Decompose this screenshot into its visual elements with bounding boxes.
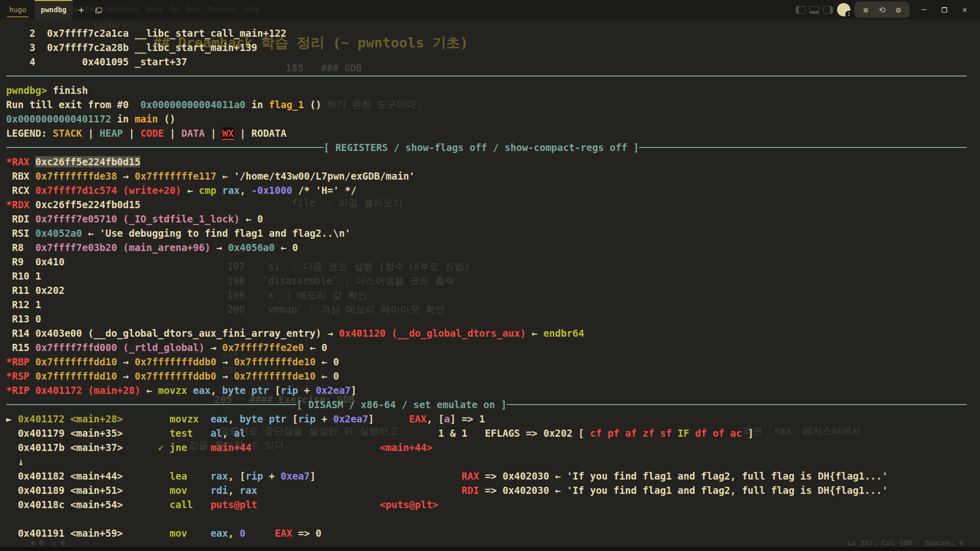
avatar-badge: 1 bbox=[845, 11, 852, 18]
list-icon[interactable]: ≡ bbox=[859, 3, 873, 17]
backtrace-line-2: 2 0x7ffff7c2a1ca __libc_start_call_main+… bbox=[6, 26, 980, 40]
backtrace-line-4: 4 0x401095 _start+37 bbox=[6, 55, 980, 69]
disasm-mov-eax: 0x401191 <main+59> mov eax, 0 EAX => 0 bbox=[6, 526, 980, 540]
titlebar: File Edit Selection View Go Run Terminal… bbox=[0, 0, 980, 19]
new-tab-button[interactable]: + bbox=[72, 0, 90, 19]
settings-gear-icon[interactable]: ⚙ bbox=[891, 3, 905, 17]
avatar[interactable]: 1 bbox=[837, 3, 850, 16]
toggle-rightbar-icon[interactable] bbox=[823, 6, 833, 14]
register-rcx: RCX 0x7ffff7d1c574 (write+20) ← cmp rax,… bbox=[6, 183, 980, 197]
terminal-output[interactable]: 2 0x7ffff7c2a1ca __libc_start_call_main+… bbox=[0, 19, 980, 547]
register-rdx: *RDX 0xc26ff5e224fb0d15 bbox=[6, 197, 980, 212]
tab-pwndbg[interactable]: pwndbg bbox=[35, 0, 73, 19]
toolbar-pill: ≡ ⟲ ⚙ bbox=[854, 2, 910, 18]
disasm-header: [ DISASM / x86-64 / set emulate on ] bbox=[6, 397, 980, 412]
register-r9: R9 0x410 bbox=[6, 255, 980, 269]
separator-top bbox=[6, 69, 980, 83]
register-r14: R14 0x403e00 (__do_global_dtors_aux_fini… bbox=[6, 326, 980, 340]
registers-header: [ REGISTERS / show-flags off / show-comp… bbox=[6, 140, 980, 155]
legend-line: LEGEND: STACK | HEAP | CODE | DATA | WX … bbox=[6, 126, 980, 140]
disasm-lea: 0x401182 <main+44> lea rax, [rip + 0xea7… bbox=[6, 469, 980, 483]
register-r13: R13 0 bbox=[6, 312, 980, 326]
register-r12: R12 1 bbox=[6, 297, 980, 312]
toggle-panel-icon[interactable] bbox=[810, 6, 819, 14]
toggle-sidebar-icon[interactable] bbox=[796, 6, 805, 14]
register-r11: R11 0x202 bbox=[6, 283, 980, 297]
stopped-at-line: 0x0000000000401172 in main () bbox=[6, 112, 980, 126]
disasm-jne: 0x40117b <main+37> ✓ jne main+44 <main+4… bbox=[6, 440, 980, 455]
register-r8: R8 0x7ffff7e03b20 (main_arena+96) → 0x40… bbox=[6, 240, 980, 255]
tab-hugo[interactable]: hugo bbox=[3, 0, 33, 19]
register-rdi: RDI 0x7ffff7e05710 (_IO_stdfile_1_lock) … bbox=[6, 212, 980, 226]
register-r15: R15 0x7ffff7ffd000 (_rtld_global) → 0x7f… bbox=[6, 340, 980, 355]
tab-hugo-label: hugo bbox=[9, 6, 27, 14]
restore-icon bbox=[942, 7, 947, 13]
tab-hugo-indicator bbox=[7, 16, 29, 17]
disasm-blank bbox=[6, 512, 980, 526]
disasm-call-puts: 0x40118c <main+54> call puts@plt <puts@p… bbox=[6, 497, 980, 512]
disasm-current: ► 0x401172 <main+28> movzx eax, byte ptr… bbox=[6, 412, 980, 426]
register-r10: R10 1 bbox=[6, 269, 980, 283]
restore-button[interactable] bbox=[934, 0, 954, 19]
register-rsi: RSI 0x4052a0 ← 'Use debugging to find fl… bbox=[6, 226, 980, 240]
register-rbp: *RBP 0x7fffffffdd10 → 0x7fffffffddb0 → 0… bbox=[6, 355, 980, 369]
tab-pwndbg-label: pwndbg bbox=[41, 6, 67, 14]
minimize-button[interactable]: ─ bbox=[914, 0, 934, 19]
history-icon[interactable]: ⟲ bbox=[875, 3, 889, 17]
register-rip: *RIP 0x401172 (main+28) ← movzx eax, byt… bbox=[6, 383, 980, 397]
register-rax: *RAX 0xc26ff5e224fb0d15 bbox=[6, 155, 980, 169]
prompt-line: pwndbg> finish bbox=[6, 83, 980, 97]
disasm-branch-arrow: ↓ bbox=[6, 455, 980, 469]
duplicate-tab-button[interactable] bbox=[90, 0, 107, 19]
duplicate-tab-icon bbox=[95, 8, 102, 13]
close-button[interactable]: ✕ bbox=[954, 0, 975, 19]
disasm-mov-rdi: 0x401189 <main+51> mov rdi, rax RDI => 0… bbox=[6, 483, 980, 497]
register-rsp: *RSP 0x7fffffffdd10 → 0x7fffffffddb0 → 0… bbox=[6, 369, 980, 383]
register-rbx: RBX 0x7fffffffde38 → 0x7fffffffe117 ← '/… bbox=[6, 169, 980, 183]
run-till-exit-line: Run till exit from #0 0x00000000004011a0… bbox=[6, 97, 980, 112]
backtrace-line-3: 3 0x7ffff7c2a28b __libc_start_main+139 bbox=[6, 40, 980, 55]
statusbar-ghost-strip bbox=[0, 547, 980, 551]
disasm-test: 0x401179 <main+35> test al, al 1 & 1 EFL… bbox=[6, 426, 980, 440]
